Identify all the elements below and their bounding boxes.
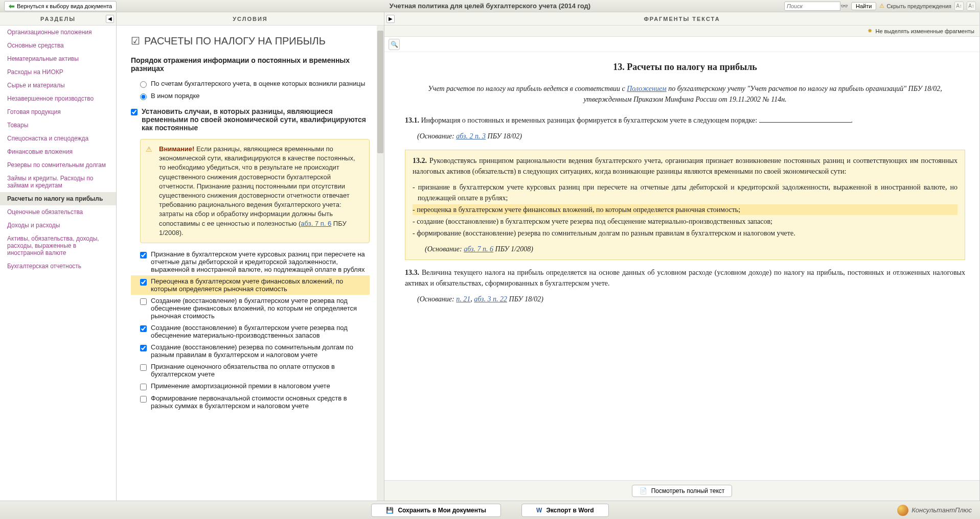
scrollbar-thumb[interactable] bbox=[377, 31, 383, 153]
sidebar-item[interactable]: Сырье и материалы bbox=[0, 79, 116, 92]
back-button[interactable]: ⬅ Вернуться к выбору вида документа bbox=[4, 1, 117, 11]
conditions-scrollbar[interactable] bbox=[377, 26, 384, 501]
sidebar-item[interactable]: Незавершенное производство bbox=[0, 92, 116, 105]
zoom-tool-button[interactable]: 🔍 bbox=[389, 39, 400, 50]
conditions-body: ☑ РАСЧЕТЫ ПО НАЛОГУ НА ПРИБЫЛЬ Порядок о… bbox=[117, 26, 384, 501]
top-bar: ⬅ Вернуться к выбору вида документа Учет… bbox=[0, 0, 980, 12]
no-highlight-toggle[interactable]: Не выделять измененные фрагменты bbox=[875, 28, 974, 34]
check-heading-cases[interactable]: Установить случаи, в которых разницы, яв… bbox=[131, 102, 370, 135]
brand-logo-icon bbox=[897, 505, 908, 516]
conditions-panel: УСЛОВИЯ ☑ РАСЧЕТЫ ПО НАЛОГУ НА ПРИБЫЛЬ П… bbox=[117, 12, 384, 501]
basis-133-link1[interactable]: п. 21 bbox=[456, 295, 470, 303]
conditions-title: УСЛОВИЯ bbox=[233, 16, 268, 22]
sidebar-item[interactable]: Расходы на НИОКР bbox=[0, 65, 116, 79]
warning-icon: ⚠ bbox=[879, 3, 884, 9]
fragments-title: ФРАГМЕНТЫ ТЕКСТА bbox=[644, 16, 720, 22]
check-input-1[interactable] bbox=[140, 252, 147, 258]
li-2: - переоценка в бухгалтерском учете финан… bbox=[413, 204, 958, 215]
check-label-3: Создание (восстановление) в бухгалтерско… bbox=[151, 297, 370, 320]
li-3: - создание (восстановление) в бухгалтерс… bbox=[413, 216, 958, 227]
sidebar-item[interactable]: Бухгалтерская отчетность bbox=[0, 260, 116, 273]
sidebar-item[interactable]: Расчеты по налогу на прибыль bbox=[0, 192, 116, 205]
basis-131-link[interactable]: абз. 2 п. 3 bbox=[456, 132, 486, 140]
p133-text: Величина текущего налога на прибыль опре… bbox=[405, 269, 965, 287]
sections-header: РАЗДЕЛЫ ◀ bbox=[0, 12, 116, 26]
basis-132-link[interactable]: абз. 7 п. 6 bbox=[464, 245, 493, 253]
sections-panel: РАЗДЕЛЫ ◀ Организационные положенияОснов… bbox=[0, 12, 117, 501]
check-input-4[interactable] bbox=[140, 325, 147, 332]
sidebar-item[interactable]: Резервы по сомнительным долгам bbox=[0, 158, 116, 172]
hide-warnings-toggle[interactable]: ⚠ Скрыть предупреждения bbox=[879, 3, 951, 9]
binoculars-icon[interactable]: 👓 bbox=[840, 3, 848, 10]
fragment-intro: Учет расчетов по налогу на прибыль ведет… bbox=[405, 83, 965, 105]
radio-input-1[interactable] bbox=[140, 81, 147, 88]
basis-132: (Основание: абз. 7 п. 6 ПБУ 1/2008) bbox=[425, 244, 958, 254]
check-otpusk[interactable]: Признание оценочного обязательства по оп… bbox=[131, 361, 370, 380]
check-reserve-fin[interactable]: Создание (восстановление) в бухгалтерско… bbox=[131, 295, 370, 322]
condition-section-title: ☑ РАСЧЕТЫ ПО НАЛОГУ НА ПРИБЫЛЬ bbox=[131, 35, 370, 47]
expand-fragments-button[interactable]: ▶ bbox=[386, 15, 395, 23]
fragments-panel: ▶ ФРАГМЕНТЫ ТЕКСТА ✸ Не выделять изменен… bbox=[384, 12, 980, 501]
check-input-8[interactable] bbox=[140, 396, 147, 403]
check-input-3[interactable] bbox=[140, 298, 147, 305]
conditions-header: УСЛОВИЯ bbox=[117, 12, 384, 26]
check-label-1: Признание в бухгалтерском учете курсовых… bbox=[151, 250, 370, 273]
check-label-8: Формирование первоначальной стоимости ос… bbox=[151, 394, 370, 410]
intro-link[interactable]: Положением bbox=[627, 85, 667, 92]
sidebar-item[interactable]: Основные средства bbox=[0, 39, 116, 52]
search-input[interactable] bbox=[784, 2, 840, 11]
check-label-6: Признание оценочного обязательства по оп… bbox=[151, 363, 370, 378]
export-word-button[interactable]: W Экспорт в Word bbox=[521, 504, 609, 517]
check-input-6[interactable] bbox=[140, 364, 147, 371]
fragments-header: ▶ ФРАГМЕНТЫ ТЕКСТА bbox=[384, 12, 979, 26]
warning-bold: Внимание! bbox=[159, 145, 194, 153]
check-kursoviye[interactable]: Признание в бухгалтерском учете курсовых… bbox=[131, 248, 370, 275]
collapse-sections-button[interactable]: ◀ bbox=[106, 15, 114, 23]
sidebar-item[interactable]: Готовая продукция bbox=[0, 105, 116, 119]
basis-132-tail: ПБУ 1/2008) bbox=[493, 245, 533, 253]
p132-num: 13.2. bbox=[413, 157, 427, 164]
font-increase-button[interactable]: A↕ bbox=[967, 2, 976, 11]
bottom-bar: 💾 Сохранить в Мои документы W Экспорт в … bbox=[0, 501, 980, 519]
font-decrease-button[interactable]: A↕ bbox=[954, 2, 964, 11]
check-input-2[interactable] bbox=[140, 279, 147, 286]
find-button[interactable]: Найти bbox=[851, 2, 876, 10]
radio-by-accounts[interactable]: По счетам бухгалтерского учета, в оценке… bbox=[131, 78, 370, 90]
sidebar-item[interactable]: Доходы и расходы bbox=[0, 219, 116, 232]
cond-heading-1: Порядок отражения информации о постоянны… bbox=[131, 56, 370, 73]
check-amort[interactable]: Применение амортизационной премии в нало… bbox=[131, 380, 370, 392]
p-13-3: 13.3. Величина текущего налога на прибыл… bbox=[405, 267, 965, 289]
check-input-5[interactable] bbox=[140, 345, 147, 351]
radio-input-2[interactable] bbox=[140, 93, 147, 100]
warning-link[interactable]: абз. 7 п. 6 bbox=[301, 220, 331, 227]
intro-text-1: Учет расчетов по налогу на прибыль ведет… bbox=[428, 85, 627, 92]
section-title-text: РАСЧЕТЫ ПО НАЛОГУ НА ПРИБЫЛЬ bbox=[144, 35, 326, 47]
check-heading-input[interactable] bbox=[131, 109, 138, 115]
sidebar-item[interactable]: Нематериальные активы bbox=[0, 52, 116, 65]
p-13-2: 13.2. Руководствуясь принципом рациональ… bbox=[413, 155, 958, 177]
sidebar-item[interactable]: Активы, обязательства, доходы, расходы, … bbox=[0, 232, 116, 260]
highlighted-block: 13.2. Руководствуясь принципом рациональ… bbox=[405, 150, 965, 260]
radio-label-2: В ином порядке bbox=[151, 92, 200, 100]
fragments-footer: 📄 Посмотреть полный текст bbox=[384, 480, 979, 501]
save-button[interactable]: 💾 Сохранить в Мои документы bbox=[371, 504, 501, 517]
check-reserve-mpz[interactable]: Создание (восстановление) в бухгалтерско… bbox=[131, 322, 370, 341]
basis-133-link2[interactable]: абз. 3 п. 22 bbox=[474, 295, 507, 303]
check-pervon[interactable]: Формирование первоначальной стоимости ос… bbox=[131, 392, 370, 412]
sections-title: РАЗДЕЛЫ bbox=[40, 16, 76, 22]
sidebar-item[interactable]: Оценочные обязательства bbox=[0, 205, 116, 219]
sidebar-item[interactable]: Займы и кредиты. Расходы по займам и кре… bbox=[0, 172, 116, 192]
sidebar-item[interactable]: Финансовые вложения bbox=[0, 145, 116, 158]
view-full-text-button[interactable]: 📄 Посмотреть полный текст bbox=[632, 485, 733, 497]
hide-warnings-label: Скрыть предупреждения bbox=[886, 3, 951, 9]
sidebar-item[interactable]: Товары bbox=[0, 119, 116, 132]
check-pereocenka[interactable]: Переоценка в бухгалтерском учете финансо… bbox=[131, 275, 370, 295]
check-somnitelnym[interactable]: Создание (восстановление) резерва по сом… bbox=[131, 341, 370, 361]
radio-other-way[interactable]: В ином порядке bbox=[131, 90, 370, 102]
sidebar-item[interactable]: Спецоснастка и спецодежда bbox=[0, 132, 116, 145]
check-label-7: Применение амортизационной премии в нало… bbox=[151, 382, 330, 390]
top-right-controls: 👓 Найти ⚠ Скрыть предупреждения A↕ A↕ bbox=[784, 2, 976, 11]
sidebar-item[interactable]: Организационные положения bbox=[0, 26, 116, 39]
magnifier-icon: 🔍 bbox=[391, 41, 398, 48]
check-input-7[interactable] bbox=[140, 384, 147, 390]
